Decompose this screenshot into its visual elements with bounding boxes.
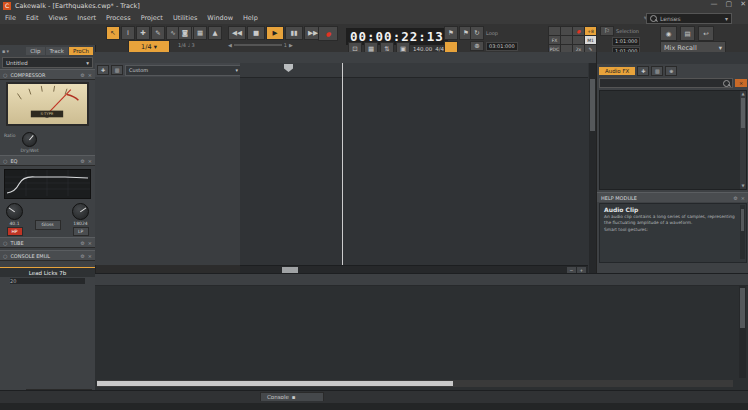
title-bar: C Cakewalk - [Earthquakes.cwp* - Track] …: [0, 0, 748, 12]
stop-button[interactable]: ■: [247, 26, 265, 40]
snap-button-0[interactable]: ◙: [178, 26, 192, 40]
prochannel-preset-dropdown[interactable]: Untitled▾: [2, 57, 93, 68]
menu-window[interactable]: Window: [202, 14, 238, 22]
power-icon[interactable]: ○: [3, 72, 7, 78]
help-module-header[interactable]: HELP MODULE ⚙ ×: [597, 192, 748, 202]
window-title: Cakewalk - [Earthquakes.cwp* - Track]: [15, 2, 140, 10]
close-button[interactable]: ✕: [740, 0, 746, 8]
menu-insert[interactable]: Insert: [72, 14, 101, 22]
maximize-button[interactable]: ▢: [726, 0, 733, 8]
tab-proch[interactable]: ProCh: [69, 47, 93, 55]
console-h-scroll-thumb[interactable]: [97, 381, 453, 386]
playhead[interactable]: [342, 63, 343, 265]
track-layout-button[interactable]: ▥: [111, 65, 123, 75]
plugin-search-input[interactable]: [599, 78, 733, 88]
layout-button[interactable]: ▥: [651, 66, 663, 76]
rewind-button[interactable]: ◀◀: [228, 26, 246, 40]
tool-button-1[interactable]: I: [121, 26, 135, 40]
drywet-knob[interactable]: [22, 132, 37, 147]
menu-process[interactable]: Process: [101, 14, 136, 22]
inspector-caret-icon[interactable]: ▾: [6, 48, 9, 54]
eq-header[interactable]: ○ EQ ⚙ ×: [0, 155, 95, 166]
loop-expand-button[interactable]: ⊕: [470, 41, 484, 51]
lp-freq-value: 18024: [73, 221, 87, 226]
select-flag-button[interactable]: ⚐: [600, 26, 614, 36]
eq-curve-display[interactable]: [4, 169, 91, 199]
play-button[interactable]: ▶: [266, 26, 284, 40]
power-icon[interactable]: ○: [3, 158, 7, 164]
console-h-scrollbar[interactable]: [97, 380, 733, 387]
lp-freq-knob[interactable]: [72, 203, 89, 220]
remove-icon[interactable]: ×: [88, 240, 92, 246]
rescan-button[interactable]: ⊕: [665, 66, 677, 76]
close-icon[interactable]: ×: [741, 195, 745, 201]
console-emul-header[interactable]: ○ CONSOLE EMUL ⚙ ×: [0, 250, 95, 261]
screenshot-button[interactable]: ◉: [660, 26, 677, 41]
undo-button[interactable]: ↩: [698, 26, 714, 41]
menu-views[interactable]: Views: [43, 14, 72, 22]
punch-in-button[interactable]: ⚑: [444, 26, 458, 40]
drywet-label: Dry/Wet: [21, 148, 39, 153]
snap-button-2[interactable]: ▲: [208, 26, 222, 40]
sort-button[interactable]: ✚: [637, 66, 649, 76]
clear-search-button[interactable]: ×: [735, 79, 747, 87]
power-icon[interactable]: ○: [3, 253, 7, 259]
compressor-header[interactable]: ○ COMPRESSOR ⚙ ×: [0, 69, 95, 80]
tool-button-2[interactable]: ✚: [136, 26, 150, 40]
gear-icon[interactable]: ⚙: [733, 195, 737, 201]
track-control-preset-dropdown[interactable]: Custom▾: [125, 65, 242, 76]
lenses-selector[interactable]: Lenses ▾: [646, 13, 732, 24]
menu-help[interactable]: Help: [238, 14, 263, 22]
ratio-label: Ratio: [4, 133, 16, 138]
help-heading: Audio Clip: [604, 206, 738, 213]
tool-button-0[interactable]: ↖: [106, 26, 120, 40]
record-button[interactable]: ●: [318, 26, 338, 41]
remove-icon[interactable]: ×: [88, 158, 92, 164]
tool-button-3[interactable]: ✎: [151, 26, 165, 40]
selection-start-field[interactable]: 1:01:000: [612, 37, 640, 46]
browser-panel: Audio FX ✚ ▥ ⊕ × ▲ ▼ HELP MODULE ⚙ × Aud…: [596, 52, 748, 273]
gear-icon[interactable]: ⚙: [80, 240, 84, 246]
lp-button[interactable]: LP: [73, 227, 89, 236]
pause-button[interactable]: ▮▮: [285, 26, 303, 40]
console-v-scrollbar[interactable]: [739, 286, 746, 378]
loop-start-field[interactable]: 03:01:000: [486, 42, 518, 51]
tab-console[interactable]: Console▪: [260, 392, 324, 401]
gloss-button[interactable]: Gloss: [35, 220, 61, 230]
tab-track[interactable]: Track: [46, 47, 68, 55]
vu-meter-face: S-TYPE: [8, 84, 87, 118]
menu-edit[interactable]: Edit: [21, 14, 44, 22]
power-icon[interactable]: ○: [3, 240, 7, 246]
gear-icon[interactable]: ⚙: [80, 253, 84, 259]
menu-utilities[interactable]: Utilities: [168, 14, 202, 22]
export-button[interactable]: ▤: [680, 26, 695, 41]
help-gestures-label: Smart tool gestures:: [604, 227, 738, 233]
vertical-scroll-thumb[interactable]: [590, 79, 595, 131]
loop-button[interactable]: ↻: [470, 26, 484, 40]
help-scrollbar[interactable]: [740, 205, 745, 259]
control-bar: ↖I✚✎∿⊗ 1/4 ▾ ◙▦▲ 1/4 ♩ 3 ◀◀ ■ ▶ ▮▮ ▶▶ ● …: [0, 24, 748, 53]
console-view: [95, 273, 748, 391]
filter-section: 40.1 HP Gloss 18024 LP: [0, 202, 95, 237]
inspector-menu-icon[interactable]: ▪: [2, 48, 5, 54]
transport-position-strip[interactable]: ◀ 1 ▶: [228, 42, 293, 48]
snap-button-1[interactable]: ▦: [193, 26, 207, 40]
menu-file[interactable]: File: [0, 14, 21, 22]
hp-freq-value: 40.1: [9, 221, 19, 226]
plugin-folder-list: ▲ ▼: [599, 90, 747, 190]
audio-fx-button[interactable]: Audio FX: [599, 67, 635, 75]
hp-freq-knob[interactable]: [6, 203, 23, 220]
gear-icon[interactable]: ⚙: [80, 72, 84, 78]
menu-project[interactable]: Project: [136, 14, 168, 22]
snap-module: ◙▦▲: [178, 26, 222, 40]
vertical-scrollbar[interactable]: [589, 63, 596, 273]
remove-icon[interactable]: ×: [88, 72, 92, 78]
plugin-list-scrollbar[interactable]: ▲ ▼: [740, 91, 746, 189]
gear-icon[interactable]: ⚙: [80, 158, 84, 164]
tube-header[interactable]: ○ TUBE ⚙ ×: [0, 237, 95, 248]
add-track-button[interactable]: ✚: [97, 65, 109, 75]
minimize-button[interactable]: —: [711, 0, 718, 8]
hp-button[interactable]: HP: [7, 227, 23, 236]
tab-clip[interactable]: Clip: [26, 47, 44, 55]
remove-icon[interactable]: ×: [88, 253, 92, 259]
